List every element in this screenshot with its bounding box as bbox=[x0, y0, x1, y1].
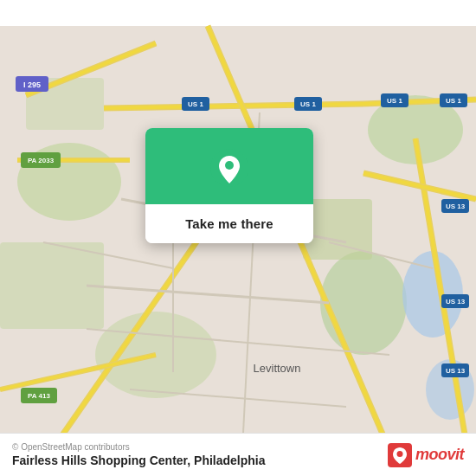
location-name: Fairless Hills Shopping Center, Philadel… bbox=[12, 453, 266, 467]
moovit-text: moovit bbox=[415, 446, 464, 464]
attribution: © OpenStreetMap contributors bbox=[12, 442, 266, 452]
svg-point-2 bbox=[320, 251, 407, 355]
svg-text:US 1: US 1 bbox=[300, 100, 316, 108]
svg-text:US 1: US 1 bbox=[446, 97, 461, 105]
svg-text:US 1: US 1 bbox=[188, 100, 203, 108]
svg-point-35 bbox=[396, 451, 402, 457]
map-container: I 295 US 1 US 1 US 1 US 1 PA 2033 US 13 … bbox=[0, 0, 476, 476]
svg-text:US 13: US 13 bbox=[446, 298, 466, 306]
bottom-bar: © OpenStreetMap contributors Fairless Hi… bbox=[0, 433, 476, 476]
take-me-there-button[interactable]: Take me there bbox=[145, 204, 313, 243]
bottom-bar-left: © OpenStreetMap contributors Fairless Hi… bbox=[12, 442, 266, 467]
svg-text:US 13: US 13 bbox=[446, 203, 466, 210]
svg-text:I 295: I 295 bbox=[23, 80, 41, 89]
svg-text:PA 2033: PA 2033 bbox=[28, 157, 55, 164]
svg-text:US 13: US 13 bbox=[446, 367, 466, 375]
popup-green-area bbox=[145, 128, 313, 204]
svg-text:US 1: US 1 bbox=[387, 97, 402, 105]
svg-text:PA 413: PA 413 bbox=[28, 392, 50, 400]
location-pin-icon bbox=[209, 147, 250, 189]
svg-text:Levittown: Levittown bbox=[254, 362, 301, 375]
moovit-logo[interactable]: moovit bbox=[388, 443, 464, 467]
svg-point-33 bbox=[225, 161, 234, 170]
popup-card: Take me there bbox=[145, 128, 313, 243]
moovit-brand-icon bbox=[388, 443, 412, 467]
